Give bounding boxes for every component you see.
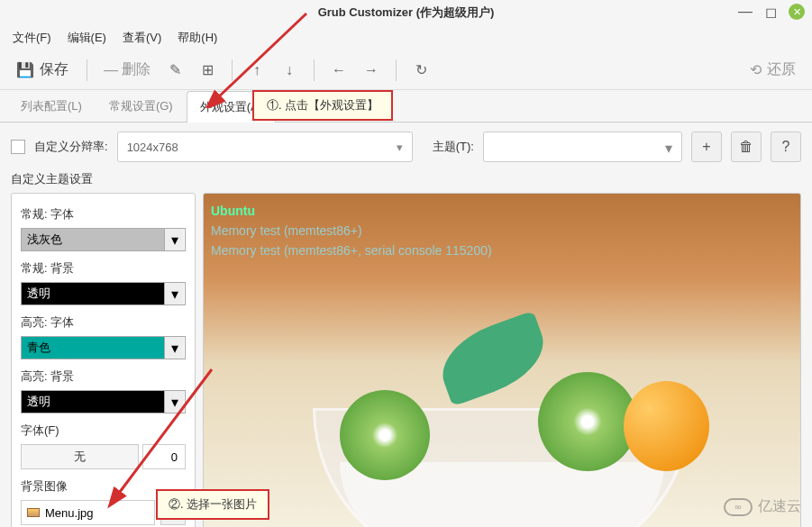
window-title: Grub Customizer (作为超级用户)	[318, 5, 495, 21]
preview-line: Memory test (memtest86+)	[211, 221, 492, 241]
theme-delete-button[interactable]: 🗑	[731, 132, 762, 162]
tab-bar: 列表配置(L) 常规设置(G) 外观设置(A)	[0, 90, 812, 123]
separator	[314, 59, 315, 81]
highlight-bg-label: 高亮: 背景	[21, 368, 186, 385]
tab-general-settings[interactable]: 常规设置(G)	[96, 90, 187, 122]
resolution-row: 自定义分辩率: 1024x768 主题(T): + 🗑 ?	[11, 132, 801, 162]
chevron-down-icon: ▾	[164, 337, 184, 359]
separator	[87, 59, 87, 81]
theme-label: 主题(T):	[433, 139, 474, 155]
preview-image	[286, 318, 718, 527]
save-label: 保存	[40, 60, 68, 79]
remove-button[interactable]: — 删除	[98, 60, 156, 79]
titlebar: Grub Customizer (作为超级用户) — ◻ ✕	[0, 0, 812, 25]
panels: 常规: 字体 浅灰色 ▾ 常规: 背景 透明 ▾ 高亮: 字体 青色 ▾ 高亮:…	[11, 193, 801, 527]
forward-button[interactable]: →	[358, 57, 385, 84]
tab-list-config[interactable]: 列表配置(L)	[7, 90, 96, 122]
refresh-button[interactable]: ↻	[407, 57, 434, 84]
theme-settings-panel: 常规: 字体 浅灰色 ▾ 常规: 背景 透明 ▾ 高亮: 字体 青色 ▾ 高亮:…	[11, 193, 196, 527]
window-controls: — ◻ ✕	[738, 4, 805, 20]
arrow-down-icon: ↓	[286, 62, 293, 78]
pencil-icon: ✎	[169, 61, 181, 78]
color-swatch: 青色	[22, 337, 164, 359]
preview-line: Memory test (memtest86+, serial console …	[211, 241, 492, 260]
preview-line: Ubuntu	[211, 201, 492, 221]
up-button[interactable]: ↑	[243, 57, 270, 84]
help-icon: ?	[782, 139, 790, 155]
revert-icon: ⟲	[750, 61, 762, 78]
menu-view[interactable]: 查看(V)	[117, 26, 167, 50]
content-area: 自定义分辩率: 1024x768 主题(T): + 🗑 ? 自定义主题设置 常规…	[0, 123, 812, 527]
separator	[396, 59, 397, 81]
normal-font-label: 常规: 字体	[21, 206, 186, 223]
highlight-bg-color-select[interactable]: 透明 ▾	[21, 390, 186, 413]
back-button[interactable]: ←	[325, 57, 352, 84]
close-button[interactable]: ✕	[789, 4, 805, 20]
refresh-icon: ↻	[415, 61, 427, 78]
save-button[interactable]: 💾 保存	[9, 57, 76, 84]
font-row: 无 0	[21, 444, 186, 469]
normal-bg-label: 常规: 背景	[21, 260, 186, 277]
preview-panel: Ubuntu Memory test (memtest86+) Memory t…	[203, 193, 801, 527]
watermark-logo-icon: ∞	[724, 498, 753, 516]
minimize-button[interactable]: —	[738, 5, 753, 19]
add-button[interactable]: ⊞	[194, 57, 221, 84]
normal-bg-color-select[interactable]: 透明 ▾	[21, 282, 186, 305]
color-swatch: 透明	[22, 283, 164, 304]
edit-button[interactable]: ✎	[161, 57, 188, 84]
plus-icon: +	[702, 139, 710, 155]
watermark-text: 亿速云	[758, 497, 801, 516]
arrow-right-icon: →	[364, 62, 379, 78]
highlight-font-label: 高亮: 字体	[21, 314, 186, 331]
resolution-value: 1024x768	[127, 141, 178, 154]
maximize-button[interactable]: ◻	[763, 5, 778, 19]
theme-select[interactable]	[483, 132, 682, 162]
bgimage-filename: Menu.jpg	[45, 506, 93, 520]
normal-font-color-select[interactable]: 浅灰色 ▾	[21, 228, 186, 251]
chevron-down-icon: ▾	[164, 229, 184, 250]
watermark: ∞ 亿速云	[724, 497, 801, 516]
chevron-down-icon: ▾	[164, 391, 184, 413]
image-icon	[27, 508, 40, 517]
arrow-up-icon: ↑	[253, 62, 260, 78]
arrow-left-icon: ←	[332, 62, 346, 78]
color-swatch: 浅灰色	[22, 229, 164, 250]
theme-help-button[interactable]: ?	[771, 132, 801, 162]
annotation-callout-1: ①. 点击【外观设置】	[252, 90, 393, 121]
chevron-down-icon: ▾	[164, 283, 184, 304]
revert-button[interactable]: ⟲ 还原	[743, 60, 803, 79]
font-select-button[interactable]: 无	[21, 444, 139, 469]
resolution-select[interactable]: 1024x768	[117, 132, 413, 162]
font-label: 字体(F)	[21, 423, 186, 439]
remove-label: 删除	[122, 60, 151, 79]
down-button[interactable]: ↓	[276, 57, 303, 84]
minus-icon: —	[104, 62, 118, 78]
plus-box-icon: ⊞	[202, 61, 214, 78]
annotation-callout-2: ②. 选择一张图片	[156, 489, 269, 520]
highlight-font-color-select[interactable]: 青色 ▾	[21, 336, 186, 359]
menu-help[interactable]: 帮助(H)	[172, 26, 223, 50]
menu-edit[interactable]: 编辑(E)	[62, 26, 112, 50]
preview-text: Ubuntu Memory test (memtest86+) Memory t…	[211, 201, 492, 260]
menubar: 文件(F) 编辑(E) 查看(V) 帮助(H)	[0, 25, 812, 50]
menu-file[interactable]: 文件(F)	[7, 26, 57, 50]
save-icon: 💾	[16, 61, 34, 78]
font-size-input[interactable]: 0	[142, 444, 186, 469]
trash-icon: 🗑	[739, 139, 753, 155]
bgimage-file-button[interactable]: Menu.jpg	[21, 500, 155, 525]
toolbar: 💾 保存 — 删除 ✎ ⊞ ↑ ↓ ← → ↻ ⟲ 还原	[0, 50, 812, 90]
custom-theme-title: 自定义主题设置	[11, 171, 801, 187]
custom-resolution-label: 自定义分辩率:	[34, 139, 108, 155]
revert-label: 还原	[767, 60, 796, 79]
theme-add-button[interactable]: +	[691, 132, 722, 162]
custom-resolution-checkbox[interactable]	[11, 140, 25, 154]
color-swatch: 透明	[22, 391, 164, 413]
separator	[232, 59, 233, 81]
